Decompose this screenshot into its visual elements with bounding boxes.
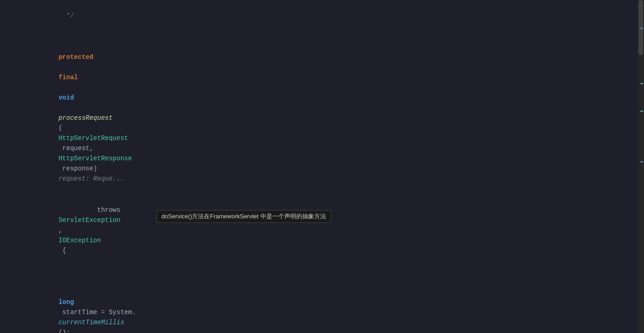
code-token: request,	[58, 145, 97, 152]
line-content: protected final void processRequest ( Ht…	[0, 32, 141, 194]
tooltip: doService()方法在FrameworkServlet 中是一个声明的抽象…	[156, 210, 331, 223]
code-area: */ protected final void processRequest (…	[0, 0, 644, 333]
code-token: ,	[58, 227, 66, 234]
code-token	[58, 64, 62, 71]
code-line: */	[0, 0, 644, 31]
code-token: ServletException	[58, 216, 120, 224]
code-token: final	[58, 74, 78, 81]
line-content: throws ServletException , IOException {	[0, 195, 133, 266]
code-token: throws	[58, 206, 124, 214]
code-token: request: Reque...	[58, 175, 124, 182]
code-line: long startTime = System. currentTimeMill…	[0, 276, 644, 333]
code-line	[0, 266, 644, 276]
code-token	[58, 84, 62, 91]
code-token: {	[58, 247, 66, 254]
code-token	[58, 104, 62, 111]
code-token: void	[58, 94, 74, 101]
minimap-indicator	[640, 83, 643, 84]
code-token: long	[58, 298, 74, 306]
code-line: protected final void processRequest ( Ht…	[0, 31, 644, 194]
line-content: */	[0, 0, 83, 31]
code-token	[58, 288, 81, 296]
tooltip-text: doService()方法在FrameworkServlet 中是一个声明的抽象…	[161, 213, 326, 220]
code-token: HttpServletRequest	[58, 134, 128, 142]
scrollbar-vertical[interactable]	[638, 0, 644, 333]
minimap-indicator	[640, 161, 643, 163]
code-token: processRequest	[58, 114, 113, 122]
code-token: protected	[58, 53, 93, 61]
code-token: currentTimeMillis	[58, 319, 124, 326]
minimap-indicator	[640, 28, 643, 29]
code-token: */	[58, 12, 74, 19]
code-token: ();	[58, 329, 78, 333]
minimap-indicator	[640, 111, 643, 112]
code-editor: */ protected final void processRequest (…	[0, 0, 644, 333]
code-token: response)	[58, 165, 105, 172]
line-content: long startTime = System. currentTimeMill…	[0, 277, 161, 333]
code-token	[58, 43, 66, 51]
code-line: throws ServletException , IOException {	[0, 194, 644, 266]
code-token: (	[58, 124, 62, 132]
code-token: HttpServletResponse	[58, 155, 132, 162]
code-token: startTime = System.	[58, 309, 136, 316]
code-token: IOException	[58, 237, 101, 244]
